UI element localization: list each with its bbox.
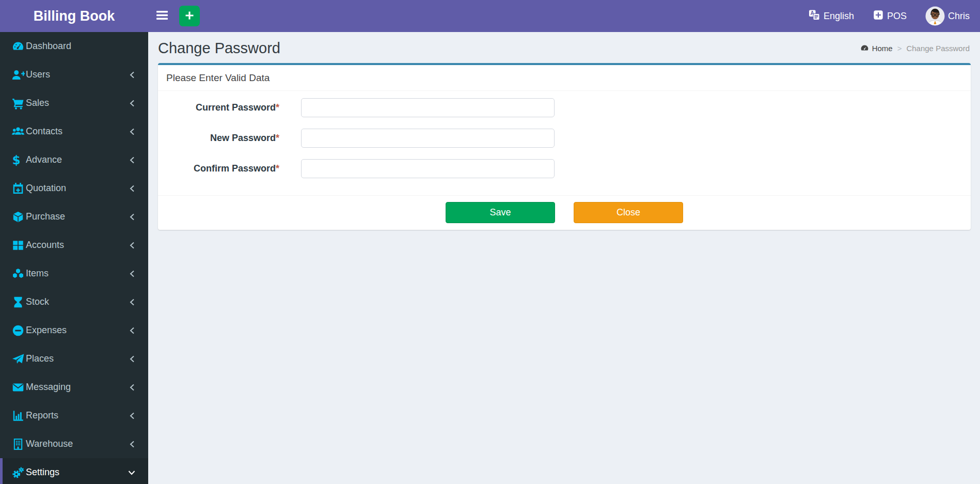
- grid-icon: [11, 239, 26, 252]
- breadcrumb-current: Change Password: [906, 44, 970, 53]
- pos-link[interactable]: POS: [873, 9, 907, 23]
- paper-plane-icon: [11, 352, 26, 366]
- breadcrumb-separator: >: [897, 44, 902, 53]
- app-logo[interactable]: Billing Book: [0, 0, 148, 32]
- sidebar-item-label: Dashboard: [26, 41, 136, 52]
- chevron-left-icon: [129, 156, 136, 164]
- chevron-left-icon: [129, 99, 136, 107]
- sidebar-item-places[interactable]: Places: [0, 345, 148, 373]
- card-header: Please Enter Valid Data: [158, 65, 971, 91]
- navbar-right: A English POS: [808, 6, 970, 26]
- avatar: [925, 6, 945, 26]
- chevron-left-icon: [129, 128, 136, 136]
- bar-chart-icon: [11, 409, 26, 423]
- body-wrap: Dashboard Users: [0, 32, 980, 484]
- confirm-password-input[interactable]: [301, 159, 555, 178]
- save-button[interactable]: Save: [446, 202, 555, 223]
- new-password-label: New Password*: [158, 133, 279, 144]
- cubes-icon: [11, 267, 26, 280]
- envelope-icon: [11, 381, 26, 394]
- hamburger-icon: [156, 10, 168, 22]
- sidebar-item-settings[interactable]: Settings: [0, 458, 148, 484]
- breadcrumb-home-link[interactable]: Home: [860, 44, 893, 53]
- form-row-new-password: New Password*: [158, 129, 971, 148]
- chevron-left-icon: [129, 184, 136, 193]
- sidebar-item-dashboard[interactable]: Dashboard: [0, 32, 148, 60]
- sidebar-item-advance[interactable]: $ Advance: [0, 146, 148, 174]
- chevron-left-icon: [129, 440, 136, 448]
- label-text: New Password: [210, 133, 276, 143]
- sidebar-item-label: Accounts: [26, 240, 129, 251]
- gears-icon: [11, 466, 26, 479]
- sidebar: Dashboard Users: [0, 32, 148, 484]
- app-window: Billing Book: [0, 0, 980, 484]
- form-row-current-password: Current Password*: [158, 98, 971, 117]
- sidebar-item-reports[interactable]: Reports: [0, 401, 148, 430]
- page-title: Change Password: [158, 40, 280, 57]
- sidebar-item-users[interactable]: Users: [0, 60, 148, 89]
- card-footer: Save Close: [158, 195, 971, 230]
- sidebar-item-label: Advance: [26, 154, 129, 165]
- sidebar-item-label: Warehouse: [26, 439, 129, 449]
- chevron-left-icon: [129, 326, 136, 335]
- sidebar-item-label: Settings: [26, 467, 128, 478]
- sidebar-item-label: Reports: [26, 410, 129, 421]
- sidebar-toggle-button[interactable]: [148, 0, 176, 32]
- breadcrumb: Home > Change Password: [860, 44, 970, 53]
- top-bar: Billing Book: [0, 0, 980, 32]
- cube-icon: [11, 210, 26, 224]
- plus-square-icon: [873, 9, 884, 23]
- sidebar-item-label: Places: [26, 353, 129, 364]
- home-dashboard-icon: [860, 44, 869, 53]
- sidebar-item-label: Contacts: [26, 126, 129, 137]
- sidebar-item-purchase[interactable]: Purchase: [0, 202, 148, 231]
- required-marker: *: [276, 163, 279, 174]
- chevron-left-icon: [129, 412, 136, 420]
- user-menu[interactable]: Chris: [925, 6, 970, 26]
- form-row-confirm-password: Confirm Password*: [158, 159, 971, 178]
- cart-icon: [11, 97, 26, 110]
- sidebar-item-label: Purchase: [26, 211, 129, 222]
- sidebar-item-label: Items: [26, 268, 129, 279]
- label-text: Current Password: [196, 102, 276, 113]
- app-title: Billing Book: [34, 8, 115, 24]
- language-label: English: [824, 11, 854, 22]
- sidebar-item-expenses[interactable]: Expenses: [0, 316, 148, 345]
- sidebar-item-label: Users: [26, 69, 129, 80]
- dashboard-icon: [11, 40, 26, 53]
- sidebar-item-label: Messaging: [26, 382, 129, 393]
- quick-add-button[interactable]: [179, 6, 200, 26]
- sidebar-item-contacts[interactable]: Contacts: [0, 117, 148, 146]
- new-password-input[interactable]: [301, 129, 555, 148]
- sidebar-item-label: Expenses: [26, 325, 129, 336]
- sidebar-item-messaging[interactable]: Messaging: [0, 373, 148, 401]
- sidebar-item-label: Stock: [26, 296, 129, 307]
- calendar-plus-icon: [11, 182, 26, 195]
- sidebar-item-sales[interactable]: Sales: [0, 89, 148, 117]
- users-icon: [11, 125, 26, 138]
- sidebar-item-stock[interactable]: Stock: [0, 288, 148, 316]
- minus-circle-icon: [11, 324, 26, 337]
- dollar-icon: $: [11, 153, 26, 167]
- chevron-left-icon: [129, 270, 136, 278]
- pos-label: POS: [887, 11, 907, 22]
- main-content: Change Password Home > Change Password: [148, 32, 980, 484]
- sidebar-item-accounts[interactable]: Accounts: [0, 231, 148, 259]
- chevron-left-icon: [129, 383, 136, 392]
- confirm-password-label: Confirm Password*: [158, 163, 279, 174]
- language-menu[interactable]: A English: [808, 9, 854, 24]
- close-button[interactable]: Close: [574, 202, 683, 223]
- label-text: Confirm Password: [194, 163, 276, 174]
- sidebar-item-warehouse[interactable]: Warehouse: [0, 430, 148, 458]
- chevron-left-icon: [129, 241, 136, 249]
- chevron-left-icon: [129, 213, 136, 221]
- card-body: Current Password* New Password* Confirm …: [158, 91, 971, 195]
- sidebar-item-label: Sales: [26, 98, 129, 108]
- required-marker: *: [276, 133, 279, 143]
- required-marker: *: [276, 102, 279, 113]
- sidebar-item-items[interactable]: Items: [0, 259, 148, 288]
- sidebar-item-quotation[interactable]: Quotation: [0, 174, 148, 202]
- current-password-input[interactable]: [301, 98, 555, 117]
- change-password-card: Please Enter Valid Data Current Password…: [158, 63, 971, 230]
- current-password-label: Current Password*: [158, 102, 279, 113]
